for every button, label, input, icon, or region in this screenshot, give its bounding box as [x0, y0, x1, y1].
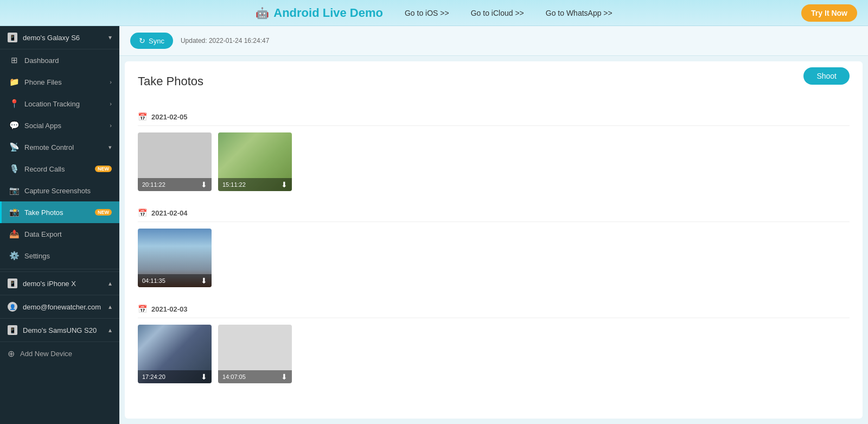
page-title: Take Photos: [138, 74, 203, 88]
photos-row-2: 04:11:35 ⬇: [138, 229, 850, 287]
sidebar-fonewatcher[interactable]: 👤 demo@fonewatcher.com ▴: [0, 295, 119, 319]
sidebar-label-settings: Settings: [24, 252, 112, 260]
social-apps-icon: 💬: [9, 121, 19, 130]
sidebar-item-dashboard[interactable]: ⊞ Dashboard: [0, 49, 119, 71]
sidebar-item-data-export[interactable]: 📤 Data Export: [0, 223, 119, 245]
download-icon-1[interactable]: ⬇: [201, 180, 207, 189]
sidebar-label-location-tracking: Location Tracking: [24, 100, 104, 108]
sidebar-item-phone-files[interactable]: 📁 Phone Files ›: [0, 71, 119, 93]
date-section-3: 📅 2021-02-03 17:24:20 ⬇ 14:07:05: [138, 300, 850, 383]
sidebar-item-settings[interactable]: ⚙️ Settings: [0, 245, 119, 267]
date-label-2: 2021-02-04: [151, 209, 188, 217]
record-calls-icon: 🎙️: [9, 164, 19, 174]
sidebar-item-record-calls[interactable]: 🎙️ Record Calls NEW: [0, 158, 119, 180]
sidebar-divider: [0, 269, 119, 269]
goto-ios-link[interactable]: Go to iOS >>: [405, 9, 449, 17]
download-icon-2[interactable]: ⬇: [281, 180, 288, 189]
android-icon: 🤖: [256, 7, 269, 20]
content-inner: Take Photos Shoot 📅 2021-02-05 20:11:22 …: [125, 61, 863, 419]
device-icon: 📱: [8, 33, 17, 42]
plus-icon: ⊕: [8, 349, 15, 359]
goto-icloud-link[interactable]: Go to iCloud >>: [471, 9, 524, 17]
sidebar-item-remote-control[interactable]: 📡 Remote Control ▾: [0, 136, 119, 158]
photo-thumb-5[interactable]: 14:07:05 ⬇: [218, 325, 292, 383]
try-it-now-button[interactable]: Try It Now: [801, 4, 857, 22]
user-icon: 👤: [8, 302, 17, 312]
arrow-icon-3: ›: [110, 122, 112, 129]
sidebar-samsung-s20[interactable]: 📱 Demo's SamsUNG S20 ▴: [0, 319, 119, 342]
photo-time-3: 04:11:35: [142, 277, 165, 284]
goto-whatsapp-link[interactable]: Go to WhatsApp >>: [546, 9, 612, 17]
sidebar-label-capture-screenshots: Capture Screenshots: [24, 187, 112, 195]
download-icon-3[interactable]: ⬇: [201, 276, 207, 285]
download-icon-5[interactable]: ⬇: [281, 372, 288, 381]
fonewatcher-email: demo@fonewatcher.com: [23, 303, 101, 311]
calendar-icon-1: 📅: [138, 112, 147, 121]
sync-button[interactable]: ↻ Sync: [130, 33, 173, 49]
sync-updated-text: Updated: 2022-01-24 16:24:47: [181, 37, 269, 45]
arrow-icon-2: ›: [110, 100, 112, 107]
sidebar-label-social-apps: Social Apps: [24, 122, 104, 130]
sidebar-label-phone-files: Phone Files: [24, 78, 104, 86]
sidebar-item-social-apps[interactable]: 💬 Social Apps ›: [0, 115, 119, 136]
samsung-s20-name: Demo's SamsUNG S20: [23, 326, 97, 334]
sidebar-item-take-photos[interactable]: 📸 Take Photos NEW: [0, 201, 119, 223]
arrow-icon: ›: [110, 79, 112, 85]
date-label-1: 2021-02-05: [151, 113, 188, 121]
new-badge-record-calls: NEW: [95, 166, 112, 172]
add-new-device[interactable]: ⊕ Add New Device: [0, 342, 119, 365]
date-label-3: 2021-02-03: [151, 305, 188, 313]
add-device-label: Add New Device: [20, 350, 72, 358]
photo-thumb-4[interactable]: 17:24:20 ⬇: [138, 325, 212, 383]
photo-time-4: 17:24:20: [142, 374, 165, 380]
photos-row-1: 20:11:22 ⬇ 15:11:22 ⬇: [138, 132, 850, 191]
content-scroll: Take Photos Shoot 📅 2021-02-05 20:11:22 …: [119, 56, 868, 424]
sidebar-device-selector[interactable]: 📱 demo's Galaxy S6 ▾: [0, 26, 119, 49]
remote-control-icon: 📡: [9, 142, 19, 152]
sidebar-item-capture-screenshots[interactable]: 📷 Capture Screenshots: [0, 180, 119, 201]
sync-label: Sync: [149, 37, 164, 45]
shoot-button[interactable]: Shoot: [803, 67, 850, 85]
dashboard-icon: ⊞: [9, 55, 19, 65]
chevron-up-icon: ▴: [108, 280, 112, 287]
chevron-up-icon-2: ▴: [108, 303, 112, 311]
sidebar-label-dashboard: Dashboard: [24, 56, 112, 65]
capture-screenshots-icon: 📷: [9, 186, 19, 195]
chevron-down-icon: ▾: [108, 34, 112, 41]
photo-thumb-1[interactable]: 20:11:22 ⬇: [138, 132, 212, 191]
sidebar: 📱 demo's Galaxy S6 ▾ ⊞ Dashboard 📁 Phone…: [0, 26, 119, 424]
sidebar-label-take-photos: Take Photos: [24, 208, 87, 217]
data-export-icon: 📤: [9, 229, 19, 239]
photo-thumb-3[interactable]: 04:11:35 ⬇: [138, 229, 212, 287]
location-tracking-icon: 📍: [9, 99, 19, 109]
sidebar-item-location-tracking[interactable]: 📍 Location Tracking ›: [0, 93, 119, 115]
photo-time-5: 14:07:05: [222, 374, 246, 380]
iphone-icon: 📱: [8, 279, 17, 288]
sync-bar: ↻ Sync Updated: 2022-01-24 16:24:47: [119, 26, 868, 56]
chevron-up-icon-3: ▴: [108, 326, 112, 334]
phone-files-icon: 📁: [9, 77, 19, 87]
download-icon-4[interactable]: ⬇: [201, 372, 207, 381]
photos-row-3: 17:24:20 ⬇ 14:07:05 ⬇: [138, 325, 850, 383]
sidebar-label-remote-control: Remote Control: [24, 143, 103, 151]
device-name: demo's Galaxy S6: [23, 34, 80, 42]
iphone-x-name: demo's iPhone X: [23, 280, 76, 288]
chevron-down-icon-2: ▾: [108, 144, 112, 151]
calendar-icon-2: 📅: [138, 208, 147, 217]
take-photos-icon: 📸: [9, 207, 19, 217]
samsung-icon: 📱: [8, 325, 17, 335]
date-header-3: 📅 2021-02-03: [138, 300, 850, 318]
date-header-2: 📅 2021-02-04: [138, 204, 850, 222]
app-title: Android Live Demo: [273, 6, 383, 20]
date-section-2: 📅 2021-02-04 04:11:35 ⬇: [138, 204, 850, 287]
sidebar-label-data-export: Data Export: [24, 230, 112, 238]
photo-thumb-2[interactable]: 15:11:22 ⬇: [218, 132, 292, 191]
sync-icon: ↻: [139, 36, 145, 45]
topbar-title: 🤖 Android Live Demo: [256, 6, 383, 20]
sidebar-label-record-calls: Record Calls: [24, 165, 87, 173]
new-badge-take-photos: NEW: [95, 209, 112, 216]
date-header-1: 📅 2021-02-05: [138, 108, 850, 126]
content-area: ↻ Sync Updated: 2022-01-24 16:24:47 Take…: [119, 26, 868, 424]
sidebar-iphone-x[interactable]: 📱 demo's iPhone X ▴: [0, 271, 119, 295]
photo-time-2: 15:11:22: [222, 181, 246, 188]
